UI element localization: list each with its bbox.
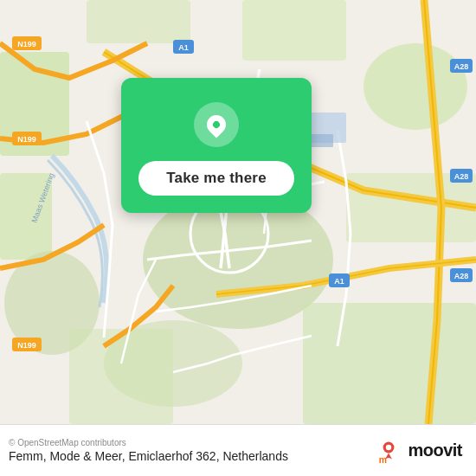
svg-rect-9	[69, 329, 173, 424]
svg-text:m: m	[379, 455, 387, 465]
svg-text:N199: N199	[17, 40, 36, 48]
footer-info: © OpenStreetMap contributors Femm, Mode …	[9, 438, 288, 463]
svg-text:A28: A28	[454, 172, 469, 181]
svg-point-5	[363, 43, 467, 130]
svg-text:A1: A1	[178, 43, 189, 52]
svg-text:N199: N199	[17, 135, 36, 144]
moovit-brand-text: moovit	[408, 441, 462, 460]
moovit-icon: m	[375, 437, 402, 465]
svg-text:A28: A28	[454, 272, 469, 280]
map-container: N199 N199 N199 A1 A28 A28 A28 A1 Maas We…	[0, 0, 476, 424]
moovit-logo: m moovit	[375, 437, 462, 465]
svg-text:N199: N199	[17, 341, 36, 350]
svg-text:A28: A28	[454, 62, 469, 71]
take-me-there-button[interactable]: Take me there	[138, 161, 294, 196]
svg-rect-11	[87, 0, 190, 43]
svg-point-34	[386, 444, 391, 449]
footer-bar: © OpenStreetMap contributors Femm, Mode …	[0, 424, 476, 476]
location-pin-icon	[203, 111, 229, 138]
attribution-text: © OpenStreetMap contributors	[9, 438, 288, 447]
pin-circle	[194, 102, 239, 147]
svg-rect-10	[242, 0, 346, 61]
location-address: Femm, Mode & Meer, Emiclaerhof 362, Neth…	[9, 449, 288, 463]
svg-text:A1: A1	[334, 277, 344, 286]
svg-rect-7	[303, 303, 476, 424]
take-me-there-popup[interactable]: Take me there	[121, 78, 312, 213]
